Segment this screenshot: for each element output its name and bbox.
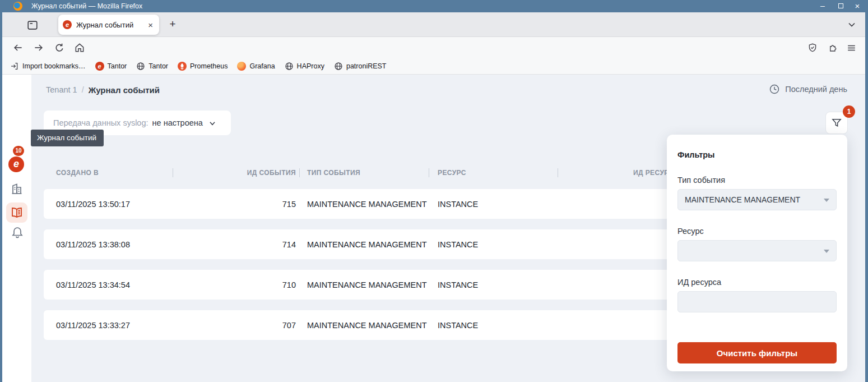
- resource-id-label: ИД ресурса: [677, 278, 837, 287]
- column-header-event-type: ТИП СОБЫТИЯ: [307, 169, 360, 177]
- filter-count-badge: 1: [843, 105, 855, 118]
- cell-event-type: MAINTENANCE MANAGEMENT: [307, 229, 427, 259]
- globe-icon: [136, 62, 145, 71]
- grafana-icon: [237, 62, 246, 71]
- minimize-button[interactable]: –: [816, 0, 829, 12]
- column-divider: [299, 168, 300, 177]
- cell-event-type: MAINTENANCE MANAGEMENT: [307, 270, 427, 300]
- syslog-label: Передача данных syslog:: [53, 118, 148, 127]
- breadcrumb-tenant-link[interactable]: Tenant 1: [46, 85, 77, 94]
- sidebar-tooltip: Журнал событий: [31, 130, 104, 146]
- cell-resource: INSTANCE: [438, 229, 478, 259]
- globe-icon: [334, 62, 343, 71]
- navigation-toolbar: https://education.tantorlabs.ru/platform…: [2, 37, 865, 58]
- syslog-value: не настроена: [152, 118, 203, 127]
- bookmark-tantor-globe[interactable]: Tantor: [136, 62, 168, 71]
- maximize-icon: [838, 3, 843, 8]
- firefox-view-icon[interactable]: [26, 19, 39, 31]
- column-header-resource: РЕСУРС: [438, 169, 466, 177]
- filter-panel: Фильтры Тип события MAINTENANCE MANAGEME…: [667, 135, 847, 371]
- tab-title: Журнал событий: [76, 21, 146, 29]
- extensions-puzzle-icon[interactable]: [828, 43, 838, 53]
- event-type-select[interactable]: MAINTENANCE MANAGEMENT: [677, 189, 837, 210]
- cell-event-type: MAINTENANCE MANAGEMENT: [307, 189, 427, 219]
- window-border: [865, 12, 868, 382]
- column-header-event-id: ИД СОБЫТИЯ: [201, 169, 296, 177]
- back-icon[interactable]: [12, 42, 24, 53]
- tantor-favicon: e: [63, 20, 72, 29]
- cell-created: 03/11/2025 13:50:17: [56, 189, 130, 219]
- tantor-logo[interactable]: e: [8, 157, 24, 172]
- window-titlebar: Журнал событий — Mozilla Firefox – ×: [0, 0, 868, 12]
- cell-resource: INSTANCE: [438, 189, 478, 219]
- bookmark-haproxy[interactable]: HAProxy: [285, 62, 324, 71]
- breadcrumb: Tenant 1 / Журнал событий: [46, 84, 160, 95]
- tantor-icon: e: [95, 62, 104, 71]
- tab-bar: e Журнал событий × +: [2, 12, 865, 37]
- firefox-icon: [13, 2, 22, 11]
- window-border: [0, 12, 2, 382]
- period-label: Последний день: [785, 85, 847, 94]
- caret-down-icon: [824, 250, 829, 253]
- filter-panel-title: Фильтры: [677, 150, 837, 159]
- cell-event-id: 714: [201, 229, 296, 259]
- cell-resource: INSTANCE: [438, 310, 478, 340]
- bookmark-tantor[interactable]: e Tantor: [95, 62, 127, 71]
- sidebar-item-event-log-book-icon[interactable]: [10, 206, 24, 219]
- prometheus-icon: [178, 62, 187, 71]
- reload-icon[interactable]: [54, 42, 65, 53]
- browser-tab[interactable]: e Журнал событий ×: [58, 15, 159, 35]
- list-all-tabs-icon[interactable]: [846, 19, 857, 30]
- new-tab-button[interactable]: +: [166, 18, 179, 30]
- resource-select[interactable]: [677, 240, 837, 261]
- close-window-button[interactable]: ×: [851, 0, 864, 12]
- cell-event-type: MAINTENANCE MANAGEMENT: [307, 310, 427, 340]
- cell-event-id: 715: [201, 189, 296, 219]
- cell-resource: INSTANCE: [438, 270, 478, 300]
- forward-icon[interactable]: [33, 42, 44, 53]
- resource-id-input[interactable]: [677, 291, 837, 312]
- cell-created: 03/11/2025 13:33:27: [56, 310, 130, 340]
- cell-event-id: 707: [201, 310, 296, 340]
- page-title: Журнал событий: [89, 85, 160, 95]
- maximize-button[interactable]: [834, 0, 847, 12]
- window-title: Журнал событий — Mozilla Firefox: [31, 0, 142, 12]
- bookmark-patronirest[interactable]: patroniREST: [334, 62, 387, 71]
- hamburger-menu-icon[interactable]: [846, 43, 857, 53]
- cell-event-id: 710: [201, 270, 296, 300]
- cell-created: 03/11/2025 13:34:54: [56, 270, 130, 300]
- bookmark-import[interactable]: Import bookmarks…: [10, 62, 86, 71]
- event-type-value: MAINTENANCE MANAGEMENT: [685, 195, 800, 204]
- tab-close-icon[interactable]: ×: [146, 20, 155, 30]
- breadcrumb-separator: /: [82, 85, 84, 94]
- column-header-created: СОЗДАНО В: [56, 169, 99, 177]
- bookmark-prometheus[interactable]: Prometheus: [178, 62, 228, 71]
- globe-icon: [285, 62, 294, 71]
- caret-down-icon: [824, 199, 829, 202]
- sidebar-item-notifications-bell-icon[interactable]: [11, 225, 24, 238]
- column-divider: [558, 168, 558, 177]
- protections-shield-check-icon[interactable]: [807, 43, 818, 53]
- firefox-window: Журнал событий — Mozilla Firefox – × e Ж…: [0, 0, 868, 382]
- column-divider: [173, 168, 173, 177]
- notifications-badge: 10: [13, 146, 24, 156]
- event-type-label: Тип события: [677, 176, 837, 185]
- cell-created: 03/11/2025 13:38:08: [56, 229, 130, 259]
- home-icon[interactable]: [74, 42, 85, 53]
- resource-label: Ресурс: [677, 227, 837, 236]
- import-icon: [10, 62, 19, 71]
- app-sidebar: e: [2, 75, 31, 382]
- bookmarks-toolbar: Import bookmarks… e Tantor Tantor Promet…: [2, 58, 865, 75]
- clear-filters-button[interactable]: Очистить фильтры: [677, 342, 837, 363]
- sidebar-item-tenants-building-icon[interactable]: [10, 182, 24, 196]
- period-selector[interactable]: Последний день: [769, 83, 847, 95]
- funnel-icon: [831, 117, 842, 128]
- clock-icon: [769, 84, 780, 95]
- bookmark-grafana[interactable]: Grafana: [237, 62, 275, 71]
- chevron-down-icon: [208, 119, 216, 127]
- column-divider: [429, 168, 429, 177]
